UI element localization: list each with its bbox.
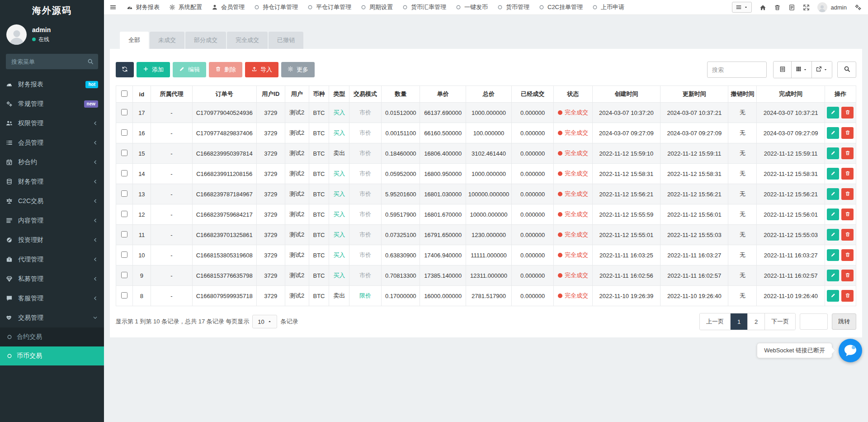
fullscreen-icon[interactable]: [803, 4, 810, 11]
row-edit-button[interactable]: [827, 290, 839, 302]
sidebar-item-permission-manage[interactable]: 权限管理: [0, 114, 104, 133]
topnav-item-close-order-manage[interactable]: 平仓订单管理: [307, 3, 351, 11]
row-edit-button[interactable]: [827, 107, 839, 119]
import-button[interactable]: 导入: [245, 62, 278, 77]
row-delete-button[interactable]: [841, 107, 854, 119]
cell-order_no: C1709779040524936: [192, 103, 256, 123]
more-button[interactable]: 更多: [281, 62, 315, 77]
topnav-item-position-order-manage[interactable]: 持仓订单管理: [254, 3, 298, 11]
row-delete-button[interactable]: [841, 290, 854, 302]
topnav-item-member-manage[interactable]: 会员管理: [212, 3, 245, 11]
sidebar-subitem-contract-trade[interactable]: 合约交易: [0, 327, 104, 346]
sidebar-item-second-contract[interactable]: 秒合约: [0, 152, 104, 172]
table-search-input[interactable]: [707, 62, 767, 78]
status-badge: 完全成交: [558, 170, 588, 178]
row-edit-button[interactable]: [827, 147, 839, 159]
sidebar-item-investment[interactable]: 投资理财: [0, 230, 104, 250]
jump-button[interactable]: 跳转: [832, 313, 856, 330]
tab-all[interactable]: 全部: [120, 32, 149, 49]
sidebar-item-private-fund-manage[interactable]: 私募管理: [0, 269, 104, 289]
row-delete-button[interactable]: [841, 249, 854, 261]
tab-unfilled[interactable]: 未成交: [150, 32, 184, 49]
row-edit-button[interactable]: [827, 188, 839, 200]
row-checkbox[interactable]: [121, 251, 127, 258]
row-edit-button[interactable]: [827, 229, 839, 241]
topnav-item-one-key-issue-coin[interactable]: 一键发币: [456, 3, 488, 11]
row-edit-button[interactable]: [827, 168, 839, 180]
sidebar-item-agent-manage[interactable]: 代理管理: [0, 250, 104, 269]
topnav-item-finance-report[interactable]: 财务报表: [127, 3, 160, 11]
sidebar-item-c2c-trade[interactable]: C2C交易: [0, 191, 104, 211]
tab-filled[interactable]: 完全成交: [227, 32, 268, 49]
home-icon[interactable]: [760, 4, 766, 11]
cell-actions: [825, 286, 856, 306]
nav-user[interactable]: admin: [817, 2, 847, 12]
row-delete-button[interactable]: [841, 270, 854, 281]
row-delete-button[interactable]: [841, 168, 854, 180]
page-button-1[interactable]: 1: [731, 313, 748, 330]
row-delete-button[interactable]: [841, 147, 854, 159]
page-size-select[interactable]: 10: [252, 315, 277, 328]
row-checkbox[interactable]: [121, 231, 127, 237]
columns-button[interactable]: [792, 62, 812, 78]
tab-cancelled[interactable]: 已撤销: [269, 32, 303, 49]
settings-gears-icon[interactable]: [854, 4, 862, 11]
next-page-button[interactable]: 下一页: [765, 313, 795, 330]
tab-partial[interactable]: 部分成交: [185, 32, 226, 49]
prev-page-button[interactable]: 上一页: [700, 313, 731, 330]
topnav-item-system-config[interactable]: 系统配置: [169, 3, 202, 11]
page-button-2[interactable]: 2: [748, 313, 765, 330]
column-header: 撤销时间: [728, 86, 757, 103]
edit-button[interactable]: 编辑: [173, 62, 206, 77]
topnav-item-coin-listing-apply[interactable]: 上币申请: [592, 3, 624, 11]
row-edit-button[interactable]: [827, 209, 839, 220]
sidebar-item-customer-service-manage[interactable]: 客服管理: [0, 289, 104, 308]
sidebar-toggle-icon[interactable]: [109, 4, 117, 11]
row-delete-button[interactable]: [841, 229, 854, 241]
sidebar-search-input[interactable]: [6, 54, 98, 69]
sidebar-item-finance-report[interactable]: 财务报表hot: [0, 75, 104, 94]
topnav-item-c2c-order-manage[interactable]: C2C挂单管理: [539, 3, 583, 11]
jump-page-input[interactable]: [800, 313, 828, 330]
ring-icon: [539, 5, 544, 10]
cell-total: 10000.000000: [466, 204, 512, 225]
sidebar-item-finance-manage[interactable]: 财务管理: [0, 172, 104, 191]
topnav-item-currency-manage[interactable]: 货币管理: [497, 3, 529, 11]
topnav-item-currency-rate-manage[interactable]: 货币汇率管理: [402, 3, 446, 11]
detail-view-button[interactable]: [774, 62, 792, 78]
sidebar-item-general-manage[interactable]: 常规管理new: [0, 94, 104, 114]
row-checkbox[interactable]: [121, 129, 127, 136]
row-checkbox[interactable]: [121, 109, 127, 115]
search-button[interactable]: [837, 62, 856, 78]
refresh-button[interactable]: [116, 62, 134, 77]
sidebar-item-member-manage[interactable]: 会员管理: [0, 133, 104, 152]
trash-icon: [845, 232, 850, 238]
row-checkbox[interactable]: [121, 170, 127, 176]
cell-price: 16800.950000: [420, 164, 466, 184]
sidebar-item-trade-manage[interactable]: 交易管理: [0, 308, 104, 327]
row-checkbox[interactable]: [121, 211, 127, 217]
row-delete-button[interactable]: [841, 209, 854, 220]
row-edit-button[interactable]: [827, 270, 839, 281]
delete-button[interactable]: 删除: [209, 62, 242, 77]
topnav-item-period-setting[interactable]: 周期设置: [361, 3, 393, 11]
row-checkbox[interactable]: [121, 272, 127, 278]
row-checkbox[interactable]: [121, 150, 127, 156]
row-delete-button[interactable]: [841, 188, 854, 200]
row-edit-button[interactable]: [827, 249, 839, 261]
log-icon[interactable]: [788, 4, 795, 11]
invest-icon: [6, 237, 18, 243]
row-delete-button[interactable]: [841, 127, 854, 139]
select-all-checkbox[interactable]: [121, 90, 127, 97]
badge-hot: hot: [85, 81, 98, 88]
chat-widget-button[interactable]: [839, 339, 862, 362]
export-button[interactable]: [812, 62, 832, 78]
row-edit-button[interactable]: [827, 127, 839, 139]
sidebar-subitem-coin-trade[interactable]: 币币交易: [0, 346, 104, 365]
row-checkbox[interactable]: [121, 190, 127, 197]
trash-icon[interactable]: [774, 4, 781, 11]
row-checkbox[interactable]: [121, 292, 127, 299]
sidebar-item-content-manage[interactable]: 内容管理: [0, 211, 104, 230]
add-button[interactable]: 添加: [137, 62, 170, 77]
nav-menu-dropdown-button[interactable]: [732, 2, 752, 13]
